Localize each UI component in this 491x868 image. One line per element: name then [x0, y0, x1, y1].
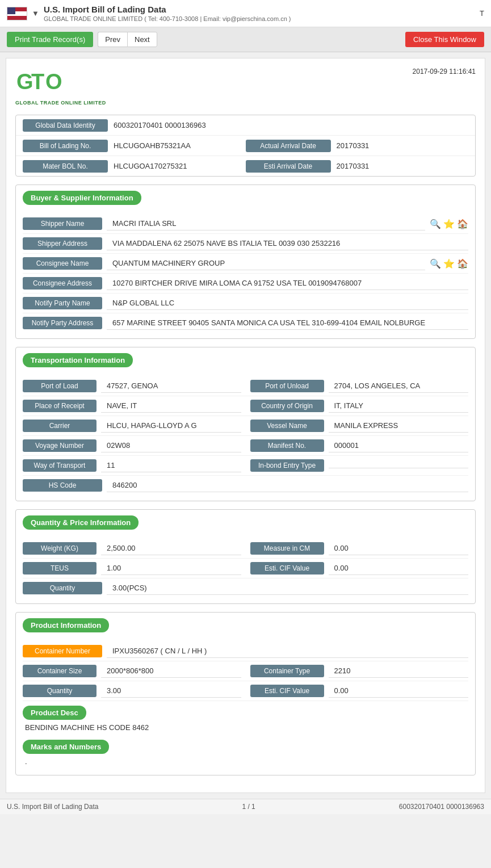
quantity-label: Quantity: [23, 582, 102, 594]
container-type-group: Container Type 2210: [250, 664, 469, 678]
port-of-unload-value: 2704, LOS ANGELES, CA: [329, 379, 469, 393]
weight-measure-row: Weight (KG) 2,500.00 Measure in CM 0.00: [23, 539, 468, 559]
notify-name-value: N&P GLOBAL LLC: [107, 296, 468, 310]
product-cif-group: Esti. CIF Value 0.00: [250, 684, 469, 698]
actual-arrival-value: 20170331: [331, 139, 469, 152]
product-quantity-label: Quantity: [23, 685, 96, 697]
port-of-load-group: Port of Load 47527, GENOA: [23, 379, 241, 393]
consignee-star-icon[interactable]: ⭐: [443, 258, 455, 269]
notify-name-label: Notify Party Name: [23, 297, 102, 309]
quantity-price-body: Weight (KG) 2,500.00 Measure in CM 0.00 …: [16, 535, 475, 603]
page-subtitle: GLOBAL TRADE ONLINE LIMITED ( Tel: 400-7…: [44, 15, 291, 22]
notify-address-value: 657 MARINE STREET 90405 SANTA MONICA CA …: [107, 316, 468, 330]
place-country-row: Place of Receipt NAVE, IT Country of Ori…: [23, 396, 468, 416]
toolbar: Print Trade Record(s) Prev Next Close Th…: [0, 27, 491, 52]
carrier-group: Carrier HLCU, HAPAG-LLOYD A G: [23, 419, 241, 433]
buyer-supplier-card: Buyer & Supplier Information Shipper Nam…: [15, 184, 476, 339]
product-desc-button[interactable]: Product Desc: [23, 706, 86, 720]
hs-code-value: 846200: [107, 479, 468, 492]
logo-area: G T O GLOBAL TRADE ONLINE LIMITED: [15, 68, 106, 106]
flag-icon: [7, 7, 27, 20]
quantity-price-card: Quantity & Price Information Weight (KG)…: [15, 509, 476, 604]
dropdown-arrow[interactable]: ▼: [32, 9, 39, 18]
container-size-group: Container Size 2000*806*800: [23, 664, 241, 678]
shipper-star-icon[interactable]: ⭐: [443, 219, 455, 229]
country-of-origin-label: Country of Origin: [250, 400, 324, 412]
global-data-row: Global Data Identity 600320170401 000013…: [16, 115, 475, 136]
port-of-load-value: 47527, GENOA: [101, 379, 241, 393]
logo-svg: G T O: [15, 68, 64, 99]
buyer-supplier-title: Buyer & Supplier Information: [23, 191, 141, 205]
marks-text: .: [23, 754, 468, 769]
shipper-search-icon[interactable]: 🔍: [430, 219, 441, 229]
place-of-receipt-value: NAVE, IT: [101, 399, 241, 413]
in-bond-entry-label: In-bond Entry Type: [250, 459, 324, 472]
consignee-name-value: QUANTUM MACHINERY GROUP: [107, 257, 425, 270]
quantity-value: 3.00(PCS): [107, 581, 468, 595]
container-size-type-row: Container Size 2000*806*800 Container Ty…: [23, 661, 468, 681]
esti-cif-label: Esti. CIF Value: [250, 562, 324, 575]
esti-arrival-value: 20170331: [331, 160, 469, 173]
shipper-name-row: Shipper Name MACRI ITALIA SRL 🔍 ⭐ 🏠: [23, 214, 468, 234]
product-cif-label: Esti. CIF Value: [250, 685, 324, 697]
transportation-card: Transportation Information Port of Load …: [15, 347, 476, 501]
shipper-name-label: Shipper Name: [23, 217, 102, 230]
esti-cif-group: Esti. CIF Value 0.00: [250, 561, 469, 575]
consignee-address-value: 10270 BIRTCHER DRIVE MIRA LOMA CA 91752 …: [107, 276, 468, 290]
country-of-origin-value: IT, ITALY: [329, 399, 469, 413]
weight-label: Weight (KG): [23, 542, 96, 555]
carrier-vessel-row: Carrier HLCU, HAPAG-LLOYD A G Vessel Nam…: [23, 416, 468, 436]
hs-code-label: HS Code: [23, 479, 102, 492]
master-bol-row: Mater BOL No. HLCUGOA170275321 Esti Arri…: [16, 156, 475, 176]
top-right-text: T: [480, 9, 484, 18]
consignee-search-icon[interactable]: 🔍: [430, 258, 441, 269]
carrier-label: Carrier: [23, 420, 96, 432]
container-number-label: Container Number: [23, 645, 102, 657]
product-cif-value: 0.00: [329, 684, 469, 698]
weight-value: 2,500.00: [101, 542, 241, 555]
shipper-home-icon[interactable]: 🏠: [457, 219, 468, 229]
product-desc-text: BENDING MACHINE HS CODE 8462: [23, 720, 468, 735]
close-button[interactable]: Close This Window: [405, 32, 484, 47]
product-body: Container Number IPXU3560267 ( CN / L / …: [16, 638, 475, 775]
shipper-address-label: Shipper Address: [23, 237, 102, 250]
port-of-unload-label: Port of Unload: [250, 380, 324, 392]
hs-code-row: HS Code 846200: [23, 476, 468, 495]
quantity-price-title: Quantity & Price Information: [23, 515, 139, 530]
container-number-row: Container Number IPXU3560267 ( CN / L / …: [23, 641, 468, 661]
buyer-supplier-body: Shipper Name MACRI ITALIA SRL 🔍 ⭐ 🏠 Ship…: [16, 211, 475, 338]
bol-row: Bill of Lading No. HLCUGOAHB75321AA Actu…: [16, 136, 475, 156]
product-quantity-group: Quantity 3.00: [23, 684, 241, 698]
in-bond-entry-group: In-bond Entry Type: [250, 459, 469, 472]
vessel-name-label: Vessel Name: [250, 420, 324, 432]
shipper-name-value: MACRI ITALIA SRL: [107, 217, 425, 230]
master-bol-value: HLCUGOA170275321: [108, 160, 246, 173]
measure-value: 0.00: [329, 542, 469, 555]
transportation-body: Port of Load 47527, GENOA Port of Unload…: [16, 373, 475, 501]
shipper-name-actions: 🔍 ⭐ 🏠: [430, 219, 468, 229]
container-size-value: 2000*806*800: [101, 664, 241, 678]
way-of-transport-label: Way of Transport: [23, 459, 96, 472]
next-button[interactable]: Next: [127, 32, 157, 47]
place-of-receipt-group: Place of Receipt NAVE, IT: [23, 399, 241, 413]
container-size-label: Container Size: [23, 665, 96, 677]
marks-button[interactable]: Marks and Numbers: [23, 740, 109, 754]
page-title: U.S. Import Bill of Lading Data: [44, 5, 291, 14]
port-of-unload-group: Port of Unload 2704, LOS ANGELES, CA: [250, 379, 469, 393]
container-number-value: IPXU3560267 ( CN / L / HH ): [107, 644, 468, 658]
consignee-address-row: Consignee Address 10270 BIRTCHER DRIVE M…: [23, 274, 468, 293]
container-type-value: 2210: [329, 664, 469, 678]
print-button[interactable]: Print Trade Record(s): [7, 32, 93, 47]
prev-button[interactable]: Prev: [98, 32, 127, 47]
teus-label: TEUS: [23, 562, 96, 575]
country-of-origin-group: Country of Origin IT, ITALY: [250, 399, 469, 413]
measure-group: Measure in CM 0.00: [250, 542, 469, 555]
actual-arrival-label: Actual Arrival Date: [246, 140, 331, 152]
carrier-value: HLCU, HAPAG-LLOYD A G: [101, 419, 241, 433]
way-of-transport-value: 11: [101, 459, 241, 472]
teus-value: 1.00: [101, 561, 241, 575]
product-desc-section: Product Desc BENDING MACHINE HS CODE 846…: [23, 706, 468, 735]
consignee-home-icon[interactable]: 🏠: [457, 258, 468, 269]
footer-left: U.S. Import Bill of Lading Data: [7, 803, 98, 811]
weight-group: Weight (KG) 2,500.00: [23, 542, 241, 555]
